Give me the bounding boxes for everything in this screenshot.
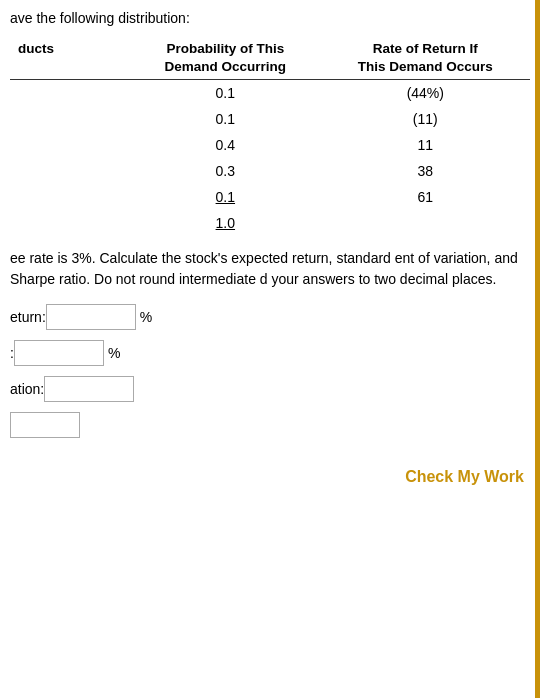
variation-row: ation: <box>10 376 530 402</box>
col2-line2: Demand Occurring <box>165 59 287 74</box>
col2-header-top: Probability of This <box>130 36 321 58</box>
table-row: 1.0 <box>10 210 530 236</box>
deviation-unit: % <box>108 345 120 361</box>
row-rate: (11) <box>321 106 530 132</box>
row-col1 <box>10 184 130 210</box>
row-rate: 38 <box>321 158 530 184</box>
table-row: 0.1(11) <box>10 106 530 132</box>
col3-header-top: Rate of Return If <box>321 36 530 58</box>
row-col1 <box>10 132 130 158</box>
col1-header-bottom <box>10 58 130 80</box>
table-header-row-top: ducts Probability of This Rate of Return… <box>10 36 530 58</box>
row-prob: 0.1 <box>130 80 321 106</box>
row-col1 <box>10 80 130 106</box>
table-body: 0.1(44%)0.1(11)0.4110.3380.1611.0 <box>10 80 530 236</box>
description-text: ee rate is 3%. Calculate the stock's exp… <box>0 236 540 300</box>
col2-line1: Probability of This <box>166 41 284 56</box>
page-container: ave the following distribution: ducts Pr… <box>0 0 540 698</box>
row-col1 <box>10 158 130 184</box>
table-row: 0.161 <box>10 184 530 210</box>
return-row: eturn: % <box>10 304 530 330</box>
return-label: eturn: <box>10 309 46 325</box>
variation-input[interactable] <box>44 376 134 402</box>
description-content: ee rate is 3%. Calculate the stock's exp… <box>10 250 518 287</box>
check-btn-row: Check My Work <box>0 452 540 496</box>
check-my-work-button[interactable]: Check My Work <box>405 468 524 486</box>
intro-sentence: ave the following distribution: <box>10 10 190 26</box>
table-wrapper: ducts Probability of This Rate of Return… <box>0 36 540 236</box>
deviation-row: : % <box>10 340 530 366</box>
deviation-input[interactable] <box>14 340 104 366</box>
row-prob: 0.3 <box>130 158 321 184</box>
col3-line2: This Demand Occurs <box>358 59 493 74</box>
col3-header-bottom: This Demand Occurs <box>321 58 530 80</box>
table-row: 0.338 <box>10 158 530 184</box>
return-input[interactable] <box>46 304 136 330</box>
row-col1 <box>10 106 130 132</box>
row-col1 <box>10 210 130 236</box>
row-rate: (44%) <box>321 80 530 106</box>
extra-input[interactable] <box>10 412 80 438</box>
row-prob: 0.1 <box>130 184 321 210</box>
table-row: 0.1(44%) <box>10 80 530 106</box>
col1-partial-label: ducts <box>18 41 54 56</box>
row-prob: 1.0 <box>130 210 321 236</box>
row-prob: 0.4 <box>130 132 321 158</box>
row-rate <box>321 210 530 236</box>
col3-line1: Rate of Return If <box>373 41 478 56</box>
intro-text: ave the following distribution: <box>0 10 540 36</box>
row-prob: 0.1 <box>130 106 321 132</box>
extra-row <box>10 412 530 438</box>
table-row: 0.411 <box>10 132 530 158</box>
return-unit: % <box>140 309 152 325</box>
col1-header-top: ducts <box>10 36 130 58</box>
variation-label: ation: <box>10 381 44 397</box>
form-section: eturn: % : % ation: <box>0 300 540 452</box>
table-header-row-bottom: Demand Occurring This Demand Occurs <box>10 58 530 80</box>
row-rate: 61 <box>321 184 530 210</box>
row-rate: 11 <box>321 132 530 158</box>
distribution-table: ducts Probability of This Rate of Return… <box>10 36 530 236</box>
col2-header-bottom: Demand Occurring <box>130 58 321 80</box>
